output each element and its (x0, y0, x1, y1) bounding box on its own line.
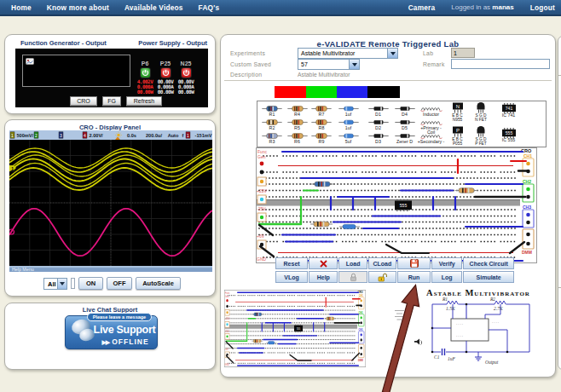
palette-r4[interactable]: R4 (285, 105, 309, 117)
svg-text:1uF: 1uF (448, 356, 456, 361)
log-button[interactable]: Log (431, 271, 462, 283)
help-button[interactable]: Help (309, 271, 338, 283)
palette-r1[interactable]: R1 (259, 105, 285, 117)
lock-icon (350, 273, 357, 282)
svg-text:3: 3 (60, 133, 62, 138)
palette-label: R5 (285, 126, 309, 130)
unlock-button[interactable] (368, 271, 396, 283)
chevron-down-icon[interactable] (57, 279, 67, 289)
palette-p-fet[interactable]: S G DP FET (469, 126, 493, 147)
color-black (367, 86, 400, 98)
svg-text:DMM: DMM (522, 250, 532, 255)
palette-label: E B CP055 (446, 138, 469, 147)
palette-r3[interactable]: R3 (259, 132, 285, 144)
button-label: Simulate (477, 274, 501, 280)
separator (224, 80, 552, 81)
palette-r8[interactable]: R8 (309, 118, 333, 130)
palette-label: R8 (309, 126, 333, 130)
palette-r2[interactable]: R2 (259, 118, 285, 130)
experiments-dropdown[interactable]: Astable Multivibrator (298, 48, 398, 59)
palette-d1[interactable]: D1 (363, 105, 393, 117)
palette-1uf[interactable]: 1uf (333, 105, 363, 117)
refresh-button[interactable]: Refresh (126, 96, 162, 106)
load-button[interactable]: Load (338, 257, 367, 269)
svg-text:200.0u/: 200.0u/ (146, 133, 162, 138)
nav-camera[interactable]: Camera (408, 3, 436, 12)
nav-know-more[interactable]: Know more about (47, 3, 109, 12)
palette-r7[interactable]: R7 (309, 105, 333, 117)
on-button[interactable]: ON (78, 277, 103, 290)
svg-text:1.5K: 1.5K (446, 306, 455, 311)
off-button[interactable]: OFF (107, 277, 132, 290)
palette-5uf[interactable]: 5uf (333, 132, 363, 144)
lab-field[interactable] (451, 48, 475, 58)
oscilloscope-screen: 1500mV/2342.00V/0.0s200.0u/Autof1-151mV1… (9, 130, 212, 272)
svg-text:C1: C1 (434, 355, 440, 360)
fg-waveform-display (22, 55, 130, 87)
palette--secondary-[interactable]: +Secondary - (416, 132, 446, 144)
power-button-n25-icon[interactable] (181, 67, 192, 78)
nav-home[interactable]: Home (11, 3, 32, 12)
palette-d4[interactable]: D4 (393, 105, 416, 117)
fg-button[interactable]: FG (102, 96, 121, 106)
wire-color-selector[interactable] (275, 86, 400, 99)
palette-npn-transistor[interactable]: N E B CN955 (446, 102, 469, 123)
color-green (306, 86, 337, 98)
palette-label: P FET (469, 142, 493, 147)
svg-text:Help Menu: Help Menu (12, 267, 34, 272)
cload-button[interactable]: CLoad (368, 257, 396, 269)
live-support-badge[interactable]: Please leave a message Live Support ▶▶OF… (65, 315, 158, 349)
svg-text:R1: R1 (442, 297, 448, 302)
nav-logout[interactable]: Logout (530, 3, 555, 12)
save-button[interactable] (397, 257, 431, 269)
svg-text:f: f (182, 133, 184, 138)
lock-button[interactable] (338, 271, 367, 283)
power-button-p6-icon[interactable] (140, 67, 151, 78)
custom-saved-dropdown[interactable]: 57 (298, 59, 360, 70)
nav-faqs[interactable]: FAQ's (199, 3, 220, 12)
svg-text:500mV/: 500mV/ (17, 133, 34, 138)
cro-button[interactable]: CRO (70, 96, 97, 106)
channel-indicator-box (71, 278, 75, 289)
channel-select-dropdown[interactable]: All (43, 278, 67, 290)
delete-button[interactable] (309, 257, 338, 269)
run-button[interactable]: Run (397, 271, 431, 283)
reset-button[interactable]: Reset (275, 257, 308, 269)
palette-1uf[interactable]: 1uf (333, 118, 363, 130)
palette-n-fet[interactable]: S G DN FET (469, 102, 493, 123)
custom-saved-label: Custom Saved (230, 61, 271, 67)
svg-text:GND: GND (225, 363, 230, 367)
palette-d2[interactable]: D2 (363, 118, 393, 130)
top-navigation: Home Know more about Available Videos FA… (0, 0, 561, 16)
palette-zener-d[interactable]: Zener D (393, 132, 416, 144)
svg-text:· · · ·: · · · · (456, 322, 463, 326)
nav-available-videos[interactable]: Available Videos (124, 3, 183, 12)
power-button-p25-icon[interactable] (160, 67, 171, 78)
verify-button[interactable]: Verify (431, 257, 462, 269)
palette-label: D5 (393, 126, 416, 130)
palette-ic-555[interactable]: 555IC 555 (494, 128, 523, 142)
palette-pnp-transistor[interactable]: P E B CP055 (446, 126, 469, 147)
simulate-button[interactable]: Simulate (463, 271, 514, 283)
palette-d3[interactable]: D3 (363, 132, 393, 144)
autoscale-button[interactable]: AutoScale (136, 277, 181, 290)
check-circuit-button[interactable]: Check Circuit (463, 257, 514, 269)
palette-label: R9 (309, 140, 333, 144)
palette-label: S G DP FET (469, 138, 493, 147)
pnp-transistor-icon: P (449, 126, 466, 138)
palette-r9[interactable]: R9 (309, 132, 333, 144)
palette-d5[interactable]: D5 (393, 118, 416, 130)
remark-field[interactable] (451, 59, 550, 69)
vlog-button[interactable]: VLog (275, 271, 308, 283)
svg-text:2.00V/: 2.00V/ (90, 133, 104, 138)
svg-text:R2: R2 (489, 297, 495, 302)
palette-ic-741[interactable]: 741IC 741 (494, 103, 523, 118)
button-label: Log (442, 274, 453, 280)
palette-r6[interactable]: R6 (285, 132, 309, 144)
svg-text:555: 555 (297, 326, 300, 331)
palette-inductor[interactable]: Inductor (416, 105, 446, 117)
palette-r5[interactable]: R5 (285, 118, 309, 130)
svg-text:· · · ·: · · · · (456, 334, 463, 338)
svg-text:-25V: -25V (225, 329, 229, 333)
breadboard[interactable]: FuncGen+25V-25V+6VGNDCROCH1CH2CH3DMM555 (256, 147, 537, 263)
